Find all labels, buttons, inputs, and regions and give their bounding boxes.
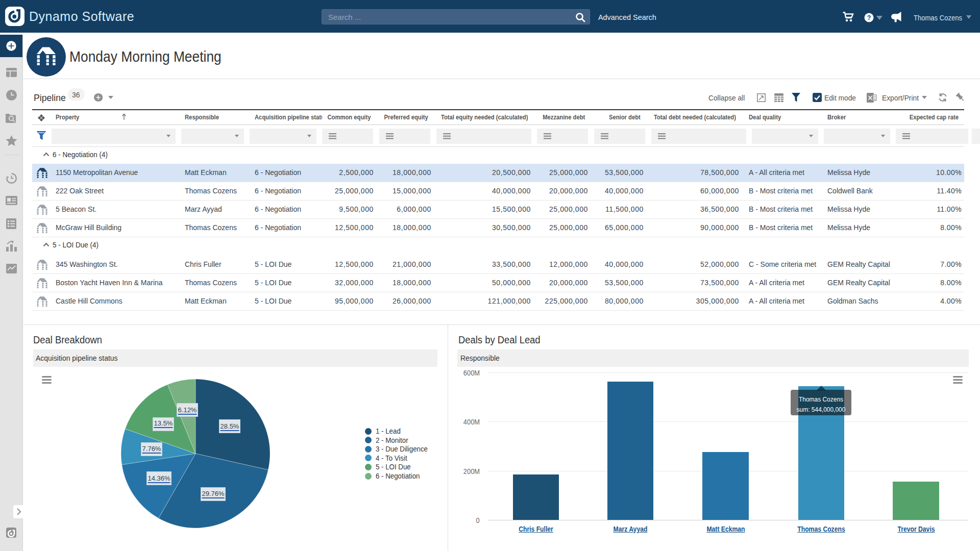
svg-text:?: ? xyxy=(867,14,871,21)
